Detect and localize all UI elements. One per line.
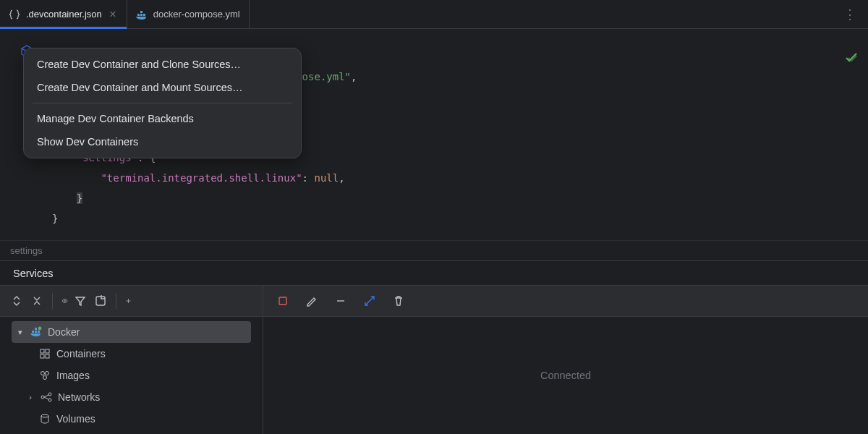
tree-node-containers[interactable]: Containers <box>12 343 251 365</box>
tree-label: Networks <box>58 391 100 403</box>
tree-node-images[interactable]: Images <box>12 365 251 386</box>
editor-breadcrumb[interactable]: settings <box>0 240 868 260</box>
tree-node-docker[interactable]: ▾ Docker <box>12 321 251 343</box>
tab-devcontainer-json[interactable]: .devcontainer.json × <box>0 0 127 28</box>
svg-rect-9 <box>38 331 40 333</box>
devcontainer-actions-popup: Create Dev Container and Clone Sources… … <box>23 48 302 158</box>
networks-icon <box>41 391 52 403</box>
tree-node-networks[interactable]: › Networks <box>12 386 251 408</box>
expand-icon[interactable] <box>362 293 378 309</box>
svg-rect-2 <box>143 14 145 16</box>
connection-status: Connected <box>540 370 591 381</box>
expand-all-icon[interactable] <box>9 293 25 309</box>
tree-label: Images <box>56 370 90 381</box>
svg-point-17 <box>46 372 49 375</box>
svg-rect-6 <box>279 297 286 305</box>
svg-point-11 <box>38 327 42 331</box>
popup-item-create-mount[interactable]: Create Dev Container and Mount Sources… <box>24 76 301 99</box>
chevron-right-icon[interactable]: › <box>26 393 35 401</box>
popup-item-show-containers[interactable]: Show Dev Containers <box>24 130 301 153</box>
stop-icon[interactable] <box>275 293 291 309</box>
services-toolbar <box>0 285 868 317</box>
tab-label: .devcontainer.json <box>26 9 102 20</box>
svg-point-4 <box>64 300 66 302</box>
edit-config-icon[interactable] <box>304 293 320 309</box>
svg-rect-15 <box>46 354 49 358</box>
services-body: ▾ Docker Containers Images › Networks Vo… <box>0 317 868 434</box>
collapse-all-icon[interactable] <box>29 293 45 309</box>
svg-point-19 <box>41 396 44 399</box>
svg-rect-3 <box>140 11 142 13</box>
services-detail-panel: Connected <box>263 317 868 434</box>
svg-rect-12 <box>41 349 44 353</box>
svg-rect-13 <box>46 349 49 353</box>
svg-point-21 <box>48 399 51 401</box>
editor-tab-bar: .devcontainer.json × docker-compose.yml … <box>0 0 868 29</box>
containers-icon <box>39 348 51 359</box>
minus-icon[interactable] <box>333 293 349 309</box>
tree-label: Containers <box>56 348 106 359</box>
show-hide-icon[interactable] <box>52 293 68 309</box>
svg-rect-7 <box>32 331 34 333</box>
popup-item-create-clone[interactable]: Create Dev Container and Clone Sources… <box>24 53 301 76</box>
svg-rect-0 <box>137 14 140 16</box>
svg-rect-14 <box>41 354 44 358</box>
services-tool-window-title[interactable]: Services <box>0 260 868 285</box>
svg-point-18 <box>43 376 47 380</box>
popup-separator <box>33 103 292 103</box>
filter-icon[interactable] <box>72 293 88 309</box>
tree-label: Docker <box>48 326 80 338</box>
chevron-down-icon[interactable]: ▾ <box>16 328 25 337</box>
tab-docker-compose-yml[interactable]: docker-compose.yml <box>127 0 250 28</box>
svg-point-22 <box>41 414 48 417</box>
tab-overflow-menu-icon[interactable]: ⋮ <box>838 7 862 22</box>
group-by-icon[interactable] <box>93 293 109 309</box>
svg-point-20 <box>48 393 51 396</box>
volumes-icon <box>39 413 51 425</box>
tree-label: Volumes <box>56 413 95 425</box>
close-icon[interactable]: × <box>108 8 118 21</box>
docker-icon <box>30 326 42 338</box>
svg-rect-10 <box>35 328 37 330</box>
docker-file-icon <box>136 9 148 20</box>
images-icon <box>39 370 51 381</box>
tree-node-volumes[interactable]: Volumes <box>12 408 251 430</box>
svg-rect-5 <box>96 297 105 305</box>
svg-rect-1 <box>140 14 142 16</box>
json-file-icon <box>9 9 20 20</box>
popup-item-manage-backends[interactable]: Manage Dev Container Backends <box>24 107 301 130</box>
svg-point-16 <box>41 372 45 375</box>
delete-icon[interactable] <box>391 293 407 309</box>
tab-label: docker-compose.yml <box>153 9 240 20</box>
svg-rect-8 <box>35 331 37 333</box>
services-tree[interactable]: ▾ Docker Containers Images › Networks Vo… <box>0 317 263 434</box>
add-service-icon[interactable] <box>116 293 132 309</box>
